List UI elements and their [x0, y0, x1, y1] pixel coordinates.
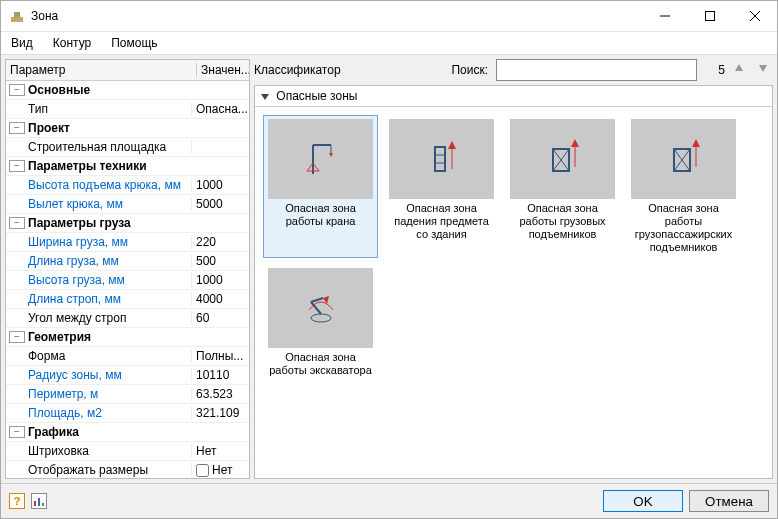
property-checkbox[interactable]	[196, 464, 209, 477]
property-row[interactable]: Угол между строп60	[6, 309, 249, 328]
property-row[interactable]: Длина груза, мм500	[6, 252, 249, 271]
classifier-thumbnail	[510, 119, 615, 199]
classifier-caption: Опасная зона работы экскаватора	[267, 351, 374, 390]
property-name: Площадь, м2	[6, 406, 192, 420]
col-value[interactable]: Значен...	[197, 63, 249, 77]
classifier-thumbnail	[631, 119, 736, 199]
property-row[interactable]: ШтриховкаНет	[6, 442, 249, 461]
classifier-item[interactable]: Опасная зона падения предмета со здания	[384, 115, 499, 258]
cancel-button[interactable]: Отмена	[689, 490, 769, 512]
titlebar: Зона	[1, 1, 777, 32]
property-row[interactable]: Отображать размерыНет	[6, 461, 249, 478]
property-name: Ширина груза, мм	[6, 235, 192, 249]
minimize-button[interactable]	[642, 1, 687, 31]
chart-icon[interactable]	[31, 493, 47, 509]
property-group[interactable]: −Проект	[6, 119, 249, 138]
arrow-down-icon[interactable]	[757, 62, 773, 78]
property-row[interactable]: Высота подъема крюка, мм1000	[6, 176, 249, 195]
property-name: Длина строп, мм	[6, 292, 192, 306]
classifier-caption: Опасная зона падения предмета со здания	[388, 202, 495, 241]
property-name: Тип	[6, 102, 192, 116]
help-icon[interactable]: ?	[9, 493, 25, 509]
classifier-caption: Опасная зона работы крана	[267, 202, 374, 241]
property-value[interactable]: 60	[192, 311, 249, 325]
property-row[interactable]: Длина строп, мм4000	[6, 290, 249, 309]
classifier-item[interactable]: Опасная зона работы грузопассажирских по…	[626, 115, 741, 258]
result-count: 5	[705, 63, 725, 77]
property-group[interactable]: −Графика	[6, 423, 249, 442]
property-group[interactable]: −Параметры техники	[6, 157, 249, 176]
close-button[interactable]	[732, 1, 777, 31]
window: Зона Вид Контур Помощь Параметр Значен..…	[0, 0, 778, 519]
property-value[interactable]: 4000	[192, 292, 249, 306]
property-value[interactable]: Опасна...	[192, 102, 249, 116]
property-group[interactable]: −Основные	[6, 81, 249, 100]
ok-button[interactable]: OK	[603, 490, 683, 512]
window-title: Зона	[31, 9, 642, 23]
property-row[interactable]: Ширина груза, мм220	[6, 233, 249, 252]
property-row[interactable]: Строительная площадка	[6, 138, 249, 157]
property-name: Периметр, м	[6, 387, 192, 401]
property-row[interactable]: Радиус зоны, мм10110	[6, 366, 249, 385]
svg-text:?: ?	[14, 495, 21, 507]
menu-view[interactable]: Вид	[7, 34, 37, 52]
menubar: Вид Контур Помощь	[1, 32, 777, 55]
property-name: Высота груза, мм	[6, 273, 192, 287]
svg-marker-21	[571, 139, 579, 147]
property-row[interactable]: Высота груза, мм1000	[6, 271, 249, 290]
classifier-tree: Опасные зоны Опасная зона работы кранаОп…	[254, 85, 773, 479]
property-row[interactable]: Площадь, м2321.109	[6, 404, 249, 423]
collapse-icon[interactable]: −	[9, 84, 25, 96]
property-row[interactable]: ТипОпасна...	[6, 100, 249, 119]
svg-marker-6	[735, 64, 743, 71]
property-row[interactable]: ФормаПолны...	[6, 347, 249, 366]
property-value[interactable]: 500	[192, 254, 249, 268]
menu-help[interactable]: Помощь	[107, 34, 161, 52]
menu-contour[interactable]: Контур	[49, 34, 95, 52]
classifier-group-label: Опасные зоны	[276, 89, 357, 103]
property-value[interactable]: Нет	[192, 444, 249, 458]
classifier-group[interactable]: Опасные зоны	[255, 86, 772, 107]
property-group[interactable]: −Геометрия	[6, 328, 249, 347]
property-group-label: Проект	[28, 121, 70, 135]
arrow-up-icon[interactable]	[733, 62, 749, 78]
search-input[interactable]	[496, 59, 697, 81]
property-value[interactable]: Нет	[192, 463, 249, 477]
maximize-button[interactable]	[687, 1, 732, 31]
svg-rect-0	[11, 17, 23, 22]
col-param[interactable]: Параметр	[6, 63, 197, 77]
svg-rect-36	[38, 498, 40, 506]
property-name: Высота подъема крюка, мм	[6, 178, 192, 192]
property-name: Вылет крюка, мм	[6, 197, 192, 211]
footer-icons: ?	[9, 493, 47, 509]
classifier-item[interactable]: Опасная зона работы грузовых подъемников	[505, 115, 620, 258]
svg-rect-13	[435, 147, 445, 171]
classifier-thumbnail	[268, 268, 373, 348]
collapse-icon[interactable]: −	[9, 331, 25, 343]
property-group[interactable]: −Параметры груза	[6, 214, 249, 233]
property-value[interactable]: 63.523	[192, 387, 249, 401]
svg-rect-37	[42, 503, 44, 506]
property-value[interactable]: 321.109	[192, 406, 249, 420]
property-grid: Параметр Значен... −ОсновныеТипОпасна...…	[5, 59, 250, 479]
footer: ? OK Отмена	[1, 483, 777, 518]
property-value[interactable]: 220	[192, 235, 249, 249]
property-value[interactable]: 5000	[192, 197, 249, 211]
property-row[interactable]: Вылет крюка, мм5000	[6, 195, 249, 214]
property-name: Штриховка	[6, 444, 192, 458]
property-value[interactable]: 1000	[192, 178, 249, 192]
classifier-item[interactable]: Опасная зона работы экскаватора	[263, 264, 378, 394]
property-value[interactable]: 10110	[192, 368, 249, 382]
collapse-icon[interactable]: −	[9, 122, 25, 134]
svg-rect-35	[34, 501, 36, 506]
property-name: Радиус зоны, мм	[6, 368, 192, 382]
property-value[interactable]: Полны...	[192, 349, 249, 363]
collapse-icon[interactable]: −	[9, 160, 25, 172]
classifier-toolbar: Классификатор Поиск: 5	[254, 59, 773, 81]
classifier-panel: Классификатор Поиск: 5 Опасные зоны Опас…	[254, 59, 773, 479]
collapse-icon[interactable]: −	[9, 217, 25, 229]
property-row[interactable]: Периметр, м63.523	[6, 385, 249, 404]
classifier-item[interactable]: Опасная зона работы крана	[263, 115, 378, 258]
property-value[interactable]: 1000	[192, 273, 249, 287]
collapse-icon[interactable]: −	[9, 426, 25, 438]
